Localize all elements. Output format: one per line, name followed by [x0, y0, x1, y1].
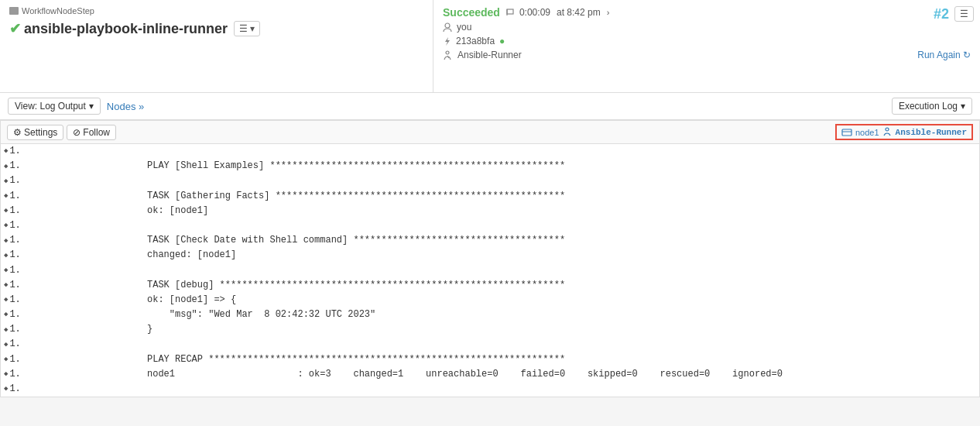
line-content: PLAY RECAP *****************************…	[27, 352, 976, 367]
line-bullet: ◆1.	[4, 337, 27, 352]
dropdown-arrow-icon: ▾	[89, 101, 94, 112]
job-info-panel: WorkflowNodeStep ✔ ansible-playbook-inli…	[0, 0, 433, 92]
node-runner-badge: node1 Ansible-Runner	[835, 124, 973, 140]
exec-id-dot: ●	[499, 36, 505, 46]
flag-icon	[506, 9, 517, 16]
line-content: PLAY [Shell Examples] ******************…	[27, 159, 976, 173]
line-content: changed: [node1]	[27, 248, 976, 263]
log-line: ◆1.PLAY [Shell Examples] ***************…	[1, 159, 979, 173]
diamond-icon: ◆	[4, 369, 8, 380]
line-content: node1 : ok=3 changed=1 unreachable=0 fai…	[27, 367, 976, 382]
log-area: ⚙ Settings ⊘ Follow node1 Ansible-Runner…	[0, 120, 980, 397]
log-line: ◆1.TASK [Gathering Facts] **************…	[1, 189, 979, 204]
line-bullet: ◆1.	[4, 352, 27, 367]
job-title-row: ✔ ansible-playbook-inline-runner ☰ ▾	[9, 20, 423, 37]
view-log-output-button[interactable]: View: Log Output ▾	[8, 98, 101, 115]
line-bullet: ◆1.	[4, 204, 27, 218]
line-bullet: ◆1.	[4, 322, 27, 337]
diamond-icon: ◆	[4, 309, 8, 320]
line-content: }	[27, 322, 976, 337]
settings-button[interactable]: ⚙ Settings	[7, 125, 63, 140]
user-icon	[443, 22, 452, 33]
svg-rect-0	[507, 9, 513, 14]
line-bullet: ◆1.	[4, 248, 27, 263]
line-content: TASK [debug] ***************************…	[27, 278, 976, 293]
line-bullet: ◆1.	[4, 173, 27, 188]
diamond-icon: ◆	[4, 325, 8, 335]
execution-log-dropdown-icon: ▾	[961, 101, 965, 112]
diamond-icon: ◆	[4, 354, 8, 365]
svg-point-6	[886, 128, 889, 131]
log-line: ◆1.PLAY RECAP **************************…	[1, 352, 979, 367]
svg-point-2	[445, 23, 450, 28]
log-line: ◆1.	[1, 173, 979, 188]
line-bullet: ◆1.	[4, 233, 27, 248]
line-bullet: ◆1.	[4, 293, 27, 307]
log-line: ◆1.	[1, 144, 979, 159]
log-line: ◆1.}	[1, 322, 979, 337]
line-content: ok: [node1] => {	[27, 293, 976, 307]
line-content: ok: [node1]	[27, 204, 976, 218]
execution-log-button[interactable]: Execution Log ▾	[892, 98, 972, 115]
gear-icon: ⚙	[13, 127, 22, 138]
run-again-button[interactable]: Run Again ↻	[917, 50, 971, 60]
workflow-icon	[9, 7, 19, 15]
log-line: ◆1.ok: [node1]	[1, 204, 979, 218]
log-line: ◆1.TASK [Check Date with Shell command] …	[1, 233, 979, 248]
diamond-icon: ◆	[4, 383, 8, 394]
user-row: you	[443, 22, 971, 33]
top-header: WorkflowNodeStep ✔ ansible-playbook-inli…	[0, 0, 980, 93]
node-icon	[841, 128, 852, 137]
nodes-link[interactable]: Nodes »	[107, 101, 144, 112]
refresh-icon: ↻	[963, 50, 971, 60]
execution-menu-button[interactable]: ☰	[954, 6, 974, 22]
follow-button[interactable]: ⊘ Follow	[67, 125, 116, 140]
line-bullet: ◆1.	[4, 144, 27, 159]
log-line: ◆1.	[1, 382, 979, 397]
line-bullet: ◆1.	[4, 159, 27, 173]
line-bullet: ◆1.	[4, 307, 27, 322]
exec-id-row: 213a8bfa ●	[443, 36, 971, 46]
success-icon: ✔	[9, 20, 21, 37]
diamond-icon: ◆	[4, 339, 8, 350]
diamond-icon: ◆	[4, 250, 8, 261]
log-controls-left: ⚙ Settings ⊘ Follow	[7, 125, 116, 140]
line-bullet: ◆1.	[4, 367, 27, 382]
log-content: ◆1.◆1.PLAY [Shell Examples] ************…	[1, 144, 979, 397]
chevron-right-icon: ›	[607, 8, 610, 17]
toolbar: View: Log Output ▾ Nodes » Execution Log…	[0, 93, 980, 120]
log-line: ◆1.	[1, 218, 979, 233]
execution-number: #2	[934, 6, 949, 22]
log-line: ◆1.node1 : ok=3 changed=1 unreachable=0 …	[1, 367, 979, 382]
diamond-icon: ◆	[4, 205, 8, 216]
workflow-type-label: WorkflowNodeStep	[9, 6, 423, 15]
line-bullet: ◆1.	[4, 382, 27, 397]
log-line: ◆1.TASK [debug] ************************…	[1, 278, 979, 293]
svg-point-3	[446, 51, 449, 54]
log-line: ◆1.	[1, 263, 979, 278]
runner-badge-icon	[882, 127, 893, 137]
execution-time: at 8:42 pm	[557, 7, 601, 18]
log-line: ◆1.	[1, 337, 979, 352]
lightning-icon	[443, 36, 451, 46]
job-title: ✔ ansible-playbook-inline-runner	[9, 20, 228, 37]
diamond-icon: ◆	[4, 176, 8, 187]
diamond-icon: ◆	[4, 220, 8, 231]
duration-badge: 0:00:09	[506, 7, 550, 18]
svg-rect-4	[842, 129, 852, 136]
log-line: ◆1.changed: [node1]	[1, 248, 979, 263]
diamond-icon: ◆	[4, 265, 8, 276]
toolbar-left: View: Log Output ▾ Nodes »	[8, 98, 144, 115]
line-bullet: ◆1.	[4, 278, 27, 293]
job-menu-button[interactable]: ☰ ▾	[234, 21, 260, 36]
diamond-icon: ◆	[4, 146, 8, 156]
eye-strike-icon: ⊘	[73, 127, 81, 138]
diamond-icon: ◆	[4, 235, 8, 246]
execution-info-panel: Succeeded 0:00:09 at 8:42 pm › you 213a	[433, 0, 980, 92]
runner-icon	[443, 50, 453, 60]
line-content: "msg": "Wed Mar 8 02:42:32 UTC 2023"	[27, 307, 976, 322]
log-controls-bar: ⚙ Settings ⊘ Follow node1 Ansible-Runner	[1, 121, 979, 144]
runner-row: Ansible-Runner Run Again ↻	[443, 50, 971, 60]
line-content: TASK [Gathering Facts] *****************…	[27, 189, 976, 204]
status-row: Succeeded 0:00:09 at 8:42 pm ›	[443, 6, 971, 19]
